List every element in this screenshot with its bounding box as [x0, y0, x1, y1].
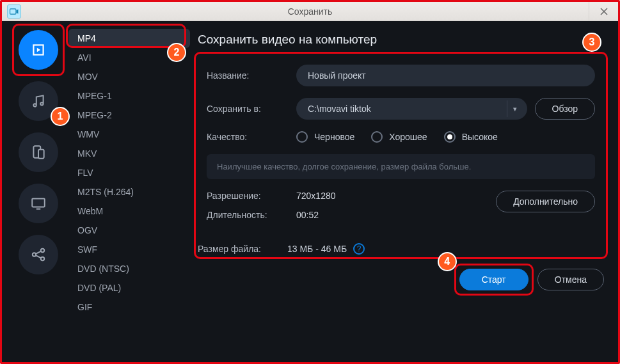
quality-radio-group: ЧерновоеХорошееВысокое: [296, 131, 498, 143]
titlebar: Сохранить: [2, 2, 618, 21]
duration-value: 00:52: [296, 210, 319, 220]
duration-label: Длительность:: [207, 210, 296, 220]
format-item-ogv[interactable]: OGV: [68, 221, 190, 240]
close-icon: [600, 8, 608, 15]
help-icon[interactable]: ?: [353, 243, 365, 255]
quality-radio-2[interactable]: Высокое: [444, 131, 498, 143]
chevron-down-icon: ▾: [507, 100, 523, 117]
radio-dot-icon: [444, 131, 456, 143]
svg-rect-0: [10, 8, 16, 13]
devices-icon: [30, 144, 47, 161]
rail-tab-video[interactable]: [19, 30, 58, 70]
filesize-value: 13 МБ - 46 МБ: [287, 244, 347, 254]
quality-radio-label: Черновое: [314, 132, 354, 142]
main-panel: Сохранить видео на компьютер 3 Название:…: [190, 28, 612, 354]
close-button[interactable]: [589, 2, 618, 20]
name-label: Название:: [207, 70, 283, 81]
annotation-badge-4: 4: [438, 252, 457, 271]
format-list: MP4AVIMOVMPEG-1MPEG-2WMVMKVFLVM2TS (H.26…: [68, 29, 190, 317]
format-item-gif[interactable]: GIF: [68, 297, 190, 317]
annotation-badge-1: 1: [51, 107, 70, 126]
rail-tab-tv[interactable]: [19, 184, 58, 223]
rail-tab-share[interactable]: [19, 235, 58, 274]
format-item-mov[interactable]: MOV: [68, 67, 190, 86]
format-item-wmv[interactable]: WMV: [68, 125, 190, 144]
quality-radio-0[interactable]: Черновое: [296, 131, 354, 143]
annotation-badge-3: 3: [582, 33, 601, 52]
annotation-badge-2: 2: [167, 43, 186, 62]
svg-rect-4: [32, 198, 45, 207]
advanced-button[interactable]: Дополнительно: [496, 191, 595, 212]
video-icon: [30, 42, 47, 58]
format-item-dvd-ntsc-[interactable]: DVD (NTSC): [68, 259, 190, 278]
filesize-label: Размер файла:: [198, 244, 287, 254]
app-icon: [7, 4, 21, 19]
format-item-dvd-pal-[interactable]: DVD (PAL): [68, 278, 190, 297]
format-item-swf[interactable]: SWF: [68, 240, 190, 259]
browse-button[interactable]: Обзор: [535, 98, 595, 120]
quality-label: Качество:: [207, 132, 283, 142]
svg-rect-3: [38, 150, 44, 159]
format-item-flv[interactable]: FLV: [68, 163, 190, 182]
share-icon: [30, 246, 47, 263]
quality-radio-label: Хорошее: [389, 132, 427, 142]
name-input[interactable]: [296, 65, 595, 86]
quality-radio-1[interactable]: Хорошее: [371, 131, 427, 143]
saveto-label: Сохранить в:: [207, 104, 283, 114]
format-item-webm[interactable]: WebM: [68, 202, 190, 221]
music-icon: [30, 93, 47, 109]
save-path-select[interactable]: C:\movavi tiktok ▾: [296, 98, 527, 120]
monitor-icon: [30, 195, 47, 212]
format-item-mpeg-1[interactable]: MPEG-1: [68, 86, 190, 106]
radio-dot-icon: [371, 131, 383, 143]
format-item-mpeg-2[interactable]: MPEG-2: [68, 106, 190, 125]
category-rail: 1: [8, 28, 68, 354]
rail-tab-devices[interactable]: [19, 132, 58, 172]
save-path-value: C:\movavi tiktok: [308, 104, 507, 114]
start-button[interactable]: Старт: [459, 269, 529, 290]
cancel-button[interactable]: Отмена: [537, 269, 604, 290]
resolution-value: 720x1280: [296, 191, 336, 201]
radio-dot-icon: [296, 131, 308, 143]
panel-title: Сохранить видео на компьютер: [198, 33, 604, 47]
format-item-mkv[interactable]: MKV: [68, 144, 190, 163]
quality-hint: Наилучшее качество, долгое сохранение, р…: [207, 154, 595, 179]
quality-radio-label: Высокое: [462, 132, 498, 142]
format-item-m2ts-h-264-[interactable]: M2TS (H.264): [68, 182, 190, 202]
resolution-label: Разрешение:: [207, 191, 296, 201]
window-title: Сохранить: [2, 6, 618, 17]
